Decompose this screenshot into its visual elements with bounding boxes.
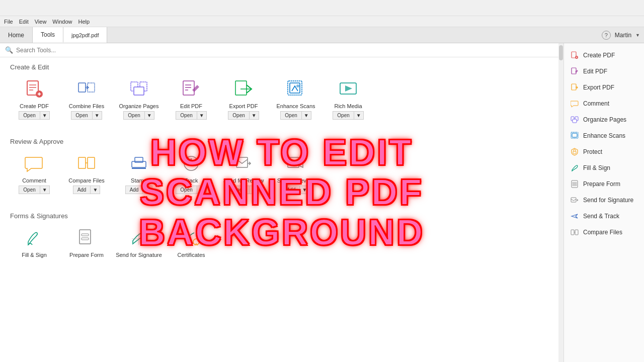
menu-help[interactable]: Help xyxy=(78,19,90,25)
main-area: 🔍 Create & Edit xyxy=(0,43,644,362)
comment-icon xyxy=(22,151,46,175)
scroll-thumb[interactable] xyxy=(559,45,563,60)
compare-dropdown[interactable]: ▼ xyxy=(90,186,100,194)
certificates-icon xyxy=(179,226,203,250)
fill-sign-icon xyxy=(22,226,46,250)
organize-pages-btn[interactable]: Open xyxy=(123,111,144,120)
tool-create-pdf[interactable]: Create PDF Open ▼ xyxy=(10,77,58,120)
rich-media-dropdown[interactable]: ▼ xyxy=(354,111,364,120)
panel-create-pdf-icon xyxy=(570,51,579,60)
organize-pages-dropdown[interactable]: ▼ xyxy=(144,111,154,120)
panel-item-fill-sign[interactable]: Fill & Sign xyxy=(564,160,644,176)
enhance-scans-btn[interactable]: Open xyxy=(280,111,301,120)
menu-file[interactable]: File xyxy=(4,19,13,25)
track-btn[interactable]: Open xyxy=(176,186,196,194)
tool-send-signature[interactable]: Send for Signature xyxy=(115,226,163,258)
svg-rect-23 xyxy=(78,157,86,168)
panel-item-send-track[interactable]: Send & Track xyxy=(564,208,644,224)
shared-review-dropdown[interactable]: ▼ xyxy=(299,186,309,194)
svg-rect-30 xyxy=(236,157,248,167)
forms-signatures-title: Forms & Signatures xyxy=(10,212,553,220)
tab-file[interactable]: jpg2pdf.pdf xyxy=(63,27,107,43)
track-dropdown[interactable]: ▼ xyxy=(197,186,207,194)
enhance-scans-dropdown[interactable]: ▼ xyxy=(301,111,311,120)
stamp-btn[interactable]: Add xyxy=(125,186,143,194)
svg-rect-11 xyxy=(134,87,144,95)
tool-rich-media[interactable]: Rich Media Open ▼ xyxy=(324,77,372,120)
tool-compare[interactable]: Compare Files Add ▼ xyxy=(62,151,111,194)
svg-point-20 xyxy=(296,84,299,87)
export-pdf-btn[interactable]: Open xyxy=(228,111,249,120)
stamp-dropdown[interactable]: ▼ xyxy=(142,186,152,194)
panel-item-send-sig[interactable]: Send for Signature xyxy=(564,192,644,208)
scroll-bar[interactable] xyxy=(558,43,564,362)
user-dropdown-icon[interactable]: ▼ xyxy=(635,33,640,38)
comment-dropdown[interactable]: ▼ xyxy=(40,186,50,194)
tool-organize-pages[interactable]: Organize Pages Open ▼ xyxy=(115,77,163,120)
send-review-dropdown[interactable]: ▼ xyxy=(249,186,259,194)
panel-protect-icon xyxy=(570,147,579,156)
certificates-label: Certificates xyxy=(177,252,205,258)
panel-item-prepare-form[interactable]: Prepare Form xyxy=(564,176,644,192)
menu-window[interactable]: Window xyxy=(52,19,72,25)
panel-protect-label: Protect xyxy=(583,148,602,155)
send-review-btn[interactable]: Open xyxy=(228,186,249,194)
combine-files-dropdown[interactable]: ▼ xyxy=(92,111,102,120)
organize-pages-label: Organize Pages xyxy=(119,103,159,109)
svg-rect-43 xyxy=(572,84,576,90)
search-bar: 🔍 xyxy=(0,43,564,57)
tool-prepare-form[interactable]: Prepare Form xyxy=(62,226,111,258)
menu-edit[interactable]: Edit xyxy=(19,19,29,25)
create-pdf-dropdown[interactable]: ▼ xyxy=(40,111,50,120)
comment-btn[interactable]: Open xyxy=(19,186,39,194)
tool-track[interactable]: Track Open ▼ xyxy=(167,151,215,194)
svg-rect-32 xyxy=(79,230,91,244)
panel-export-pdf-label: Export PDF xyxy=(583,84,614,91)
edit-pdf-btn[interactable]: Open xyxy=(176,111,196,120)
tool-export-pdf[interactable]: Export PDF Open ▼ xyxy=(219,77,268,120)
panel-organize-label: Organize Pages xyxy=(583,116,626,123)
tool-edit-pdf[interactable]: Edit PDF Open ▼ xyxy=(167,77,215,120)
panel-item-export-pdf[interactable]: Export PDF xyxy=(564,79,644,96)
rich-media-btn[interactable]: Open xyxy=(333,111,353,120)
menu-view[interactable]: View xyxy=(35,19,47,25)
svg-rect-34 xyxy=(82,238,89,240)
panel-send-track-label: Send & Track xyxy=(583,213,619,220)
panel-item-edit-pdf[interactable]: Edit PDF xyxy=(564,63,644,79)
panel-item-protect[interactable]: Protect xyxy=(564,144,644,160)
tab-tools[interactable]: Tools xyxy=(33,27,63,43)
tool-send-review[interactable]: Send for Review Open ▼ xyxy=(219,151,268,194)
edit-pdf-dropdown[interactable]: ▼ xyxy=(197,111,207,120)
prepare-form-label: Prepare Form xyxy=(69,252,104,258)
panel-item-create-pdf[interactable]: Create PDF xyxy=(564,47,644,63)
forms-signatures-tools: Fill & Sign Prepare Form xyxy=(10,226,553,258)
tool-fill-sign[interactable]: Fill & Sign xyxy=(10,226,58,258)
panel-item-comment[interactable]: Comment xyxy=(564,96,644,112)
panel-enhance-icon xyxy=(570,131,579,140)
panel-item-compare[interactable]: Compare Files xyxy=(564,224,644,240)
send-review-icon xyxy=(231,151,256,175)
shared-review-btn[interactable]: Add xyxy=(282,186,300,194)
tool-certificates[interactable]: Certificates xyxy=(167,226,215,258)
panel-item-organize[interactable]: Organize Pages xyxy=(564,112,644,128)
panel-item-enhance[interactable]: Enhance Scans xyxy=(564,128,644,144)
shared-review-label: Shared Review xyxy=(277,177,315,184)
title-bar xyxy=(0,0,644,16)
svg-rect-24 xyxy=(88,157,95,168)
tool-shared-review[interactable]: Shared Review Add ▼ xyxy=(272,151,320,194)
user-name[interactable]: Martin xyxy=(615,32,631,39)
tool-combine-files[interactable]: Combine Files Open ▼ xyxy=(62,77,111,120)
export-pdf-dropdown[interactable]: ▼ xyxy=(249,111,259,120)
fill-sign-label: Fill & Sign xyxy=(22,252,47,258)
create-pdf-btn[interactable]: Open xyxy=(19,111,39,120)
tab-home[interactable]: Home xyxy=(0,27,33,43)
svg-rect-16 xyxy=(235,81,247,95)
combine-files-btn[interactable]: Open xyxy=(71,111,92,120)
help-button[interactable]: ? xyxy=(602,31,611,40)
compare-btn[interactable]: Add xyxy=(73,186,91,194)
tool-enhance-scans[interactable]: Enhance Scans Open ▼ xyxy=(272,77,320,120)
tool-comment[interactable]: Comment Open ▼ xyxy=(10,151,58,194)
search-input[interactable] xyxy=(16,47,117,54)
tool-stamp[interactable]: Stamp Add ▼ xyxy=(115,151,163,194)
forms-signatures-section: Forms & Signatures Fill & Sign xyxy=(0,206,564,270)
